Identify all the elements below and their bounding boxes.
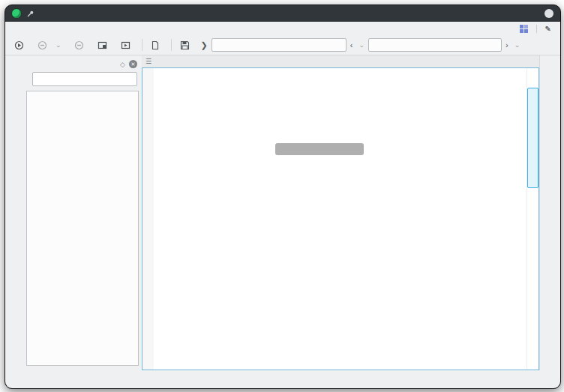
editor-tab-bar: ☰ — [142, 55, 539, 67]
classes-tree — [26, 91, 139, 366]
search-input[interactable] — [368, 38, 502, 52]
stop-button[interactable]: ⌄ — [33, 39, 68, 52]
screenshot-tooltip — [275, 143, 364, 155]
new-button[interactable] — [146, 39, 167, 52]
build-icon — [14, 40, 24, 50]
stop-icon — [38, 40, 47, 50]
menu-bar: ✎ — [5, 22, 560, 35]
execute-button[interactable] — [116, 39, 138, 52]
divider — [142, 39, 142, 51]
title-bar[interactable] — [5, 5, 560, 22]
quick-open-input[interactable] — [212, 38, 346, 52]
save-icon — [180, 40, 190, 50]
execute-icon — [121, 40, 130, 50]
code-view[interactable] — [142, 67, 539, 370]
class-search-input[interactable] — [32, 72, 137, 86]
toolbar-overflow-icon[interactable]: ❯ — [199, 40, 210, 50]
document-list-icon[interactable]: ☰ — [142, 58, 155, 65]
close-panel-icon[interactable]: ✕ — [129, 60, 137, 68]
divider — [536, 25, 537, 33]
toolbar: ⌄ ❯ ‹ ⌄ › ⌄ — [5, 35, 560, 55]
minimap-viewport[interactable] — [527, 88, 538, 188]
right-tool-strip — [539, 55, 560, 370]
quickopen-dropdown-icon[interactable]: ⌄ — [356, 41, 367, 49]
build-button[interactable] — [10, 39, 32, 52]
code-area[interactable] — [154, 68, 526, 370]
debug-button[interactable] — [93, 39, 115, 52]
bottom-tool-bar — [5, 370, 560, 388]
main-area: ◇ ✕ ☰ — [5, 55, 560, 370]
fold-margin[interactable] — [142, 68, 154, 370]
pencil-icon: ✎ — [545, 25, 551, 33]
sessions-grid-icon[interactable] — [520, 25, 528, 33]
save-button[interactable] — [176, 39, 197, 52]
float-panel-icon[interactable]: ◇ — [120, 61, 125, 68]
pin-icon[interactable] — [26, 10, 34, 18]
debug-icon — [98, 40, 107, 50]
next-match-icon[interactable]: › — [503, 40, 511, 49]
editor-column: ☰ — [142, 55, 539, 370]
prev-match-icon[interactable]: ‹ — [348, 40, 356, 49]
minimap[interactable] — [526, 68, 538, 370]
stop-dropdown-icon[interactable]: ⌄ — [53, 41, 64, 49]
stop-all-button[interactable] — [70, 39, 92, 52]
new-file-icon — [151, 40, 160, 50]
kdevelop-logo-icon — [11, 8, 22, 19]
left-tool-strip — [5, 55, 25, 370]
search-dropdown-icon[interactable]: ⌄ — [512, 41, 523, 49]
divider — [171, 39, 172, 51]
code-area-button[interactable]: ✎ — [545, 25, 554, 33]
kdevelop-window: ✎ ⌄ — [4, 4, 561, 389]
classes-panel: ◇ ✕ — [25, 55, 142, 370]
stop-all-icon — [74, 40, 84, 50]
close-button[interactable] — [544, 9, 554, 18]
screenshot-root: ✎ ⌄ — [0, 0, 564, 392]
